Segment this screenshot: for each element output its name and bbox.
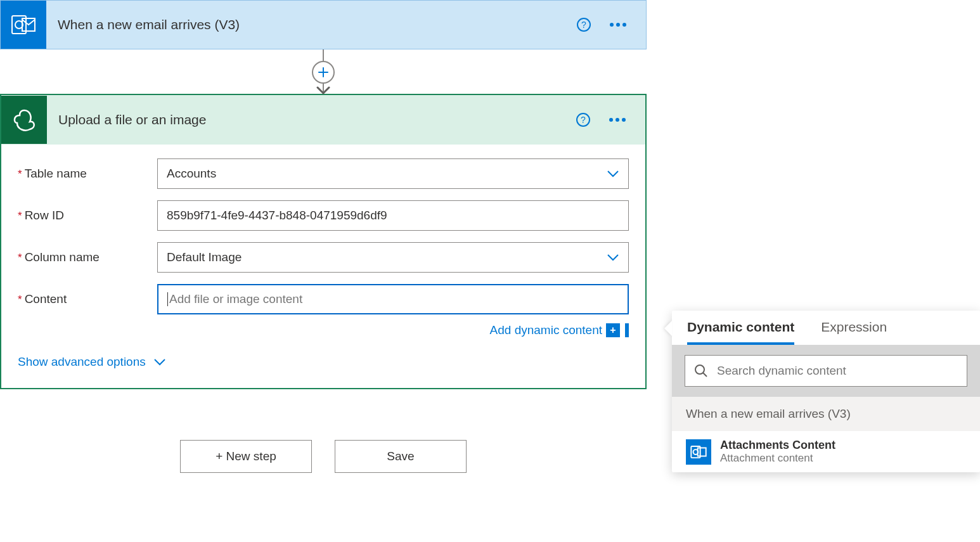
chevron-down-icon (607, 254, 619, 261)
arrow-down-icon (316, 86, 330, 95)
tab-dynamic-content[interactable]: Dynamic content (687, 319, 794, 345)
table-name-value: Accounts (167, 167, 216, 181)
column-name-select[interactable]: Default Image (157, 242, 629, 273)
row-id-label: *Row ID (18, 209, 157, 223)
svg-point-13 (695, 365, 704, 374)
svg-line-14 (703, 373, 707, 377)
svg-rect-17 (698, 448, 706, 456)
svg-text:?: ? (581, 115, 586, 125)
more-icon[interactable] (609, 117, 626, 122)
more-icon[interactable] (609, 22, 627, 27)
insert-step-button[interactable] (312, 61, 335, 84)
save-button[interactable]: Save (335, 440, 467, 473)
svg-point-6 (616, 23, 620, 27)
column-name-label: *Column name (18, 250, 157, 264)
row-id-input[interactable] (157, 200, 629, 231)
content-placeholder: Add file or image content (169, 292, 302, 306)
dynamic-item-title: Attachments Content (720, 439, 835, 452)
panel-caret (664, 321, 672, 336)
outlook-icon (686, 439, 711, 465)
row-id-value[interactable] (167, 209, 619, 223)
outlook-icon (1, 1, 46, 49)
show-advanced-options-link[interactable]: Show advanced options (18, 355, 166, 369)
search-icon (694, 364, 708, 378)
help-icon[interactable]: ? (576, 112, 591, 127)
dataverse-icon (1, 96, 47, 144)
dynamic-item-attachments-content[interactable]: Attachments Content Attachment content (672, 431, 980, 472)
chevron-down-icon (607, 170, 619, 177)
column-name-value: Default Image (167, 250, 242, 264)
dynamic-content-panel: Dynamic content Expression When a new em… (672, 311, 980, 472)
table-name-label: *Table name (18, 167, 157, 181)
svg-point-11 (616, 118, 619, 122)
add-dynamic-content-link[interactable]: Add dynamic content (490, 323, 602, 337)
svg-point-10 (609, 118, 613, 122)
content-input[interactable]: Add file or image content (157, 284, 629, 314)
resize-handle[interactable] (625, 323, 629, 337)
trigger-title: When a new email arrives (V3) (46, 17, 576, 32)
help-icon[interactable]: ? (576, 17, 591, 32)
chevron-down-icon (153, 358, 166, 366)
svg-text:?: ? (581, 20, 586, 30)
svg-point-12 (622, 118, 626, 122)
dynamic-section-header: When a new email arrives (V3) (672, 397, 980, 431)
table-name-select[interactable]: Accounts (157, 158, 629, 189)
add-dynamic-plus-icon[interactable]: + (606, 323, 620, 337)
tab-expression[interactable]: Expression (821, 319, 887, 345)
connector (0, 49, 647, 94)
new-step-button[interactable]: + New step (180, 440, 312, 473)
action-title: Upload a file or an image (47, 112, 576, 127)
action-card: Upload a file or an image ? *Table name … (0, 94, 647, 389)
dynamic-item-subtitle: Attachment content (720, 452, 835, 465)
action-header[interactable]: Upload a file or an image ? (1, 95, 645, 145)
svg-point-5 (610, 23, 614, 27)
trigger-card[interactable]: When a new email arrives (V3) ? (0, 0, 647, 49)
svg-point-7 (622, 23, 626, 27)
dynamic-search-input[interactable] (685, 355, 967, 387)
content-label: *Content (18, 292, 157, 306)
